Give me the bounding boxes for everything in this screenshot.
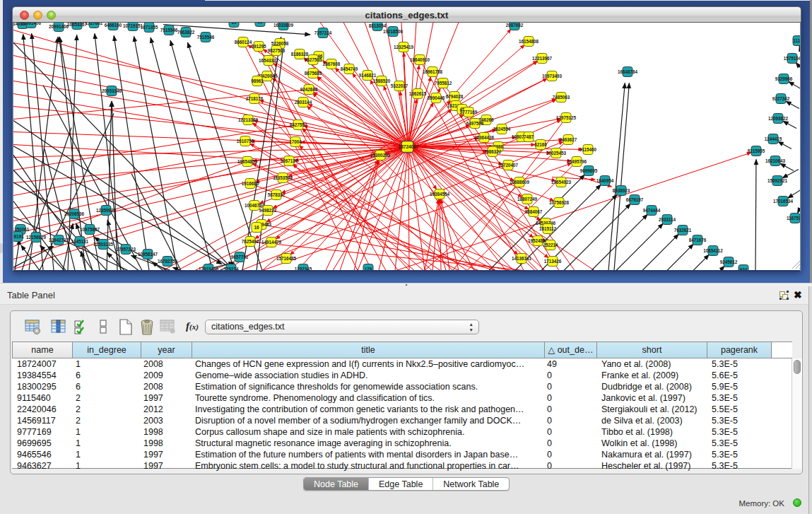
svg-text:1350061: 1350061	[13, 227, 30, 232]
svg-text:9777169: 9777169	[460, 110, 478, 115]
svg-text:12923456: 12923456	[199, 267, 219, 270]
svg-text:1167533: 1167533	[787, 216, 801, 221]
svg-text:924: 924	[740, 267, 748, 270]
svg-text:10653267: 10653267	[67, 23, 88, 27]
svg-text:10973493: 10973493	[542, 74, 563, 78]
svg-text:10958147: 10958147	[138, 252, 158, 257]
svg-text:2087682: 2087682	[506, 23, 524, 28]
svg-text:16: 16	[257, 23, 263, 24]
svg-text:9327505: 9327505	[305, 57, 322, 62]
svg-text:9657791: 9657791	[231, 255, 249, 259]
svg-text:12942737: 12942737	[49, 238, 69, 243]
svg-text:19218506: 19218506	[383, 29, 404, 34]
svg-text:3624554: 3624554	[493, 127, 511, 132]
svg-text:20364436: 20364436	[474, 135, 495, 140]
svg-text:15692921: 15692921	[767, 178, 788, 183]
svg-text:6497508: 6497508	[466, 121, 484, 126]
svg-text:18724007: 18724007	[399, 144, 419, 149]
svg-text:1671355: 1671355	[141, 25, 158, 30]
svg-text:1010755: 1010755	[237, 139, 254, 144]
svg-text:10756928: 10756928	[549, 200, 570, 205]
svg-text:6679197: 6679197	[626, 197, 644, 202]
svg-text:10688609: 10688609	[510, 180, 530, 185]
svg-text:9115460: 9115460	[579, 147, 597, 152]
svg-text:2867608: 2867608	[323, 62, 341, 66]
svg-text:7663822: 7663822	[177, 30, 195, 35]
svg-text:20991406: 20991406	[21, 23, 42, 25]
svg-text:19384554: 19384554	[430, 192, 450, 197]
svg-text:19654855: 19654855	[237, 159, 258, 164]
svg-text:9498222: 9498222	[259, 208, 277, 213]
svg-text:9699695: 9699695	[580, 168, 598, 173]
svg-text:12359928: 12359928	[96, 208, 117, 213]
svg-text:7515546: 7515546	[160, 28, 178, 33]
svg-text:8427552: 8427552	[290, 122, 307, 127]
svg-text:1244415: 1244415	[765, 136, 782, 141]
svg-text:16648784: 16648784	[618, 69, 638, 74]
svg-text:129234: 129234	[223, 267, 239, 270]
svg-text:8675685: 8675685	[305, 71, 322, 76]
svg-text:14914479: 14914479	[261, 240, 282, 245]
svg-text:25300293: 25300293	[370, 153, 391, 158]
svg-text:8454749: 8454749	[341, 66, 358, 71]
svg-text:62160: 62160	[534, 142, 547, 147]
svg-text:1640954: 1640954	[596, 178, 614, 183]
svg-text:17016534: 17016534	[773, 199, 794, 204]
svg-text:1112: 1112	[793, 38, 801, 43]
svg-text:16210643: 16210643	[765, 158, 786, 163]
svg-text:16961758: 16961758	[423, 69, 443, 74]
svg-text:14136141: 14136141	[512, 256, 532, 261]
svg-text:1615112: 1615112	[539, 226, 557, 231]
svg-text:12325419: 12325419	[394, 45, 414, 49]
svg-text:6794028: 6794028	[446, 94, 464, 99]
svg-text:2933114: 2933114	[659, 217, 676, 222]
svg-text:2718176: 2718176	[246, 96, 264, 101]
svg-text:16: 16	[254, 225, 259, 230]
svg-text:8813054: 8813054	[369, 23, 387, 28]
svg-text:12503135: 12503135	[93, 242, 114, 247]
svg-text:16154808: 16154808	[519, 39, 539, 44]
svg-text:10975857: 10975857	[80, 227, 100, 232]
svg-text:5322037: 5322037	[391, 83, 408, 88]
svg-text:1916685: 1916685	[242, 181, 259, 186]
svg-text:2803144: 2803144	[295, 100, 312, 105]
svg-text:7632621: 7632621	[674, 228, 692, 233]
svg-text:19: 19	[231, 23, 237, 25]
svg-text:891295: 891295	[251, 44, 266, 49]
svg-text:8990448: 8990448	[428, 95, 445, 100]
svg-text:9242848: 9242848	[300, 87, 318, 92]
svg-text:16782759: 16782759	[158, 259, 178, 264]
svg-text:12213967: 12213967	[532, 56, 553, 61]
svg-text:9329966: 9329966	[775, 76, 793, 81]
svg-text:252214: 252214	[543, 243, 558, 247]
svg-text:9463627: 9463627	[560, 137, 577, 142]
svg-text:3267130: 3267130	[281, 158, 298, 163]
svg-text:1527602: 1527602	[86, 23, 103, 25]
svg-text:10654112: 10654112	[703, 248, 723, 253]
svg-text:8215955: 8215955	[748, 148, 765, 153]
svg-text:39191: 39191	[13, 234, 24, 239]
svg-text:7955812: 7955812	[435, 81, 452, 86]
svg-text:1145131: 1145131	[71, 239, 89, 244]
svg-text:12093822: 12093822	[768, 116, 789, 121]
svg-text:8186328: 8186328	[291, 52, 309, 57]
svg-text:9146821: 9146821	[359, 73, 377, 78]
svg-text:9684067: 9684067	[525, 209, 543, 214]
svg-text:19654923: 19654923	[551, 180, 572, 185]
svg-text:18807249: 18807249	[517, 197, 538, 201]
svg-text:15716485: 15716485	[276, 256, 297, 261]
svg-text:7485063: 7485063	[553, 95, 570, 100]
svg-text:17957223: 17957223	[116, 247, 136, 252]
svg-text:12975125: 12975125	[556, 115, 577, 120]
svg-text:17004: 17004	[289, 139, 302, 144]
svg-text:5878332: 5878332	[268, 192, 286, 197]
svg-text:10025453: 10025453	[546, 151, 567, 156]
svg-text:18640910: 18640910	[410, 57, 430, 62]
svg-text:8471676: 8471676	[689, 238, 707, 243]
svg-text:8660124: 8660124	[235, 40, 252, 45]
svg-text:7487: 7487	[524, 134, 534, 139]
svg-text:20991406: 20991406	[49, 24, 69, 29]
svg-text:129: 129	[365, 267, 372, 270]
svg-text:11353594: 11353594	[273, 175, 293, 180]
svg-text:1713426: 1713426	[544, 259, 562, 264]
